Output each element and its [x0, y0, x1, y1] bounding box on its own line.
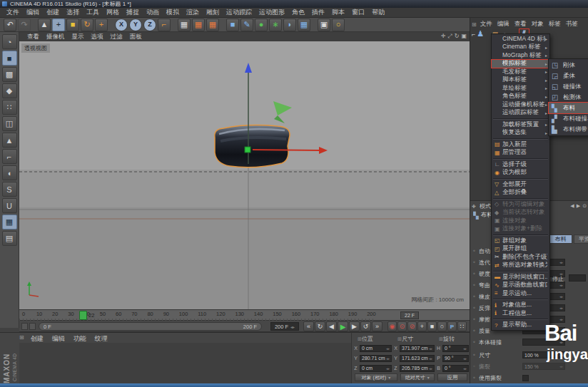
coords-mode-dropdown[interactable]: 对象 (相对) — [355, 373, 397, 381]
record-rotation-button[interactable]: ○ — [437, 321, 447, 331]
coords-value-field[interactable]: 171.623 cm — [400, 355, 435, 362]
play-mode-button[interactable]: ↺ — [360, 321, 371, 331]
make-editable-icon[interactable]: ◔ — [2, 34, 17, 49]
axis-center-handle[interactable] — [245, 147, 250, 153]
goto-end-button[interactable]: » — [372, 321, 382, 331]
menubar-item[interactable]: 捕捉 — [123, 8, 143, 17]
x-axis-arrow[interactable] — [319, 147, 328, 154]
context-menu-item[interactable]: 运动跟踪标签 ▸ — [492, 109, 549, 118]
quantize-icon[interactable]: S — [2, 182, 17, 197]
z-axis-lock[interactable]: Z — [143, 19, 156, 31]
hierarchy-expand-icon[interactable]: ⌐ — [472, 31, 475, 38]
menubar-item[interactable]: 脚本 — [328, 8, 348, 17]
green-banner-handle-2[interactable] — [274, 115, 285, 123]
menubar-item[interactable]: 雕刻 — [203, 8, 223, 17]
context-menu-item[interactable]: ▤ 加入新层 — [492, 140, 549, 149]
coords-value-field[interactable]: 280.71 cm — [360, 355, 392, 362]
light-icon[interactable]: ○ — [332, 19, 345, 31]
coords-value-field[interactable]: 90 ° — [442, 355, 469, 362]
context-menu-item[interactable]: ≡ 显示运动... — [492, 289, 549, 298]
attribute-field[interactable]: 150 % — [522, 363, 565, 370]
workplane-icon[interactable]: ▦ — [2, 215, 17, 229]
tab-cloth[interactable]: 布料 — [549, 234, 572, 244]
frame-range-slider[interactable]: 0 F 200 F — [39, 322, 262, 331]
menubar-item[interactable]: 渲染 — [183, 8, 203, 17]
menubar-item[interactable]: 网格 — [103, 8, 123, 17]
apply-button[interactable]: 应用 — [437, 373, 467, 381]
y-axis-lock[interactable]: Y — [129, 19, 142, 31]
texture-mode-icon[interactable]: ▩ — [2, 67, 17, 82]
polygons-mode-icon[interactable]: ▲ — [2, 133, 17, 148]
viewport-menu-item[interactable]: 选项 — [88, 33, 107, 41]
menubar-item[interactable]: 窗口 — [348, 8, 368, 17]
coords-value-field[interactable]: 0 cm — [360, 345, 392, 352]
viewport-menu-item[interactable]: 过滤 — [107, 33, 126, 41]
menubar-item[interactable]: 角色 — [288, 8, 308, 17]
scale-icon[interactable]: ■ — [66, 19, 79, 31]
context-menu-item[interactable]: ◱ 群组对象 — [492, 237, 549, 245]
viewport-solo-icon[interactable]: ◖ — [2, 165, 17, 180]
rotate-view-icon[interactable]: ↻ — [455, 33, 460, 40]
context-menu-item[interactable]: ◇ 转为可编辑对象 — [492, 200, 549, 209]
play-button[interactable]: ▶ — [338, 321, 348, 331]
context-menu-item[interactable]: ∟ 选择子级 — [492, 160, 549, 169]
green-banner-handle[interactable] — [273, 101, 292, 115]
y-axis-arrow[interactable] — [245, 63, 252, 73]
loop-button[interactable]: ↻ — [315, 321, 325, 331]
subdivision-surface-icon[interactable]: ● — [255, 19, 268, 31]
coords-value-field[interactable]: 371.907 cm — [400, 345, 435, 352]
stop-field[interactable] — [569, 274, 586, 282]
render-view-icon[interactable]: ▦ — [178, 19, 191, 31]
context-menu-item[interactable]: 角色标签 ▸ — [492, 93, 549, 101]
pan-view-icon[interactable]: ✛ — [441, 33, 446, 40]
enable-axis-icon[interactable]: ⌐ — [2, 149, 17, 164]
viewport-menu-item[interactable]: 显示 — [69, 33, 88, 41]
menubar-item[interactable]: 工具 — [83, 8, 103, 17]
context-menu-item[interactable]: △ 全部折叠 — [492, 189, 549, 197]
attribute-field[interactable] — [522, 375, 529, 381]
context-menu-item[interactable]: 脚本标签 ▸ — [492, 76, 549, 85]
menubar-item[interactable]: 创建 — [43, 8, 63, 17]
previous-frame-button[interactable]: ◀ — [326, 321, 337, 331]
materials-list[interactable] — [19, 343, 351, 384]
menubar-item[interactable]: 插件 — [308, 8, 328, 17]
viewport-menu-item[interactable]: 查看 — [24, 33, 43, 41]
context-menu-item[interactable]: MoGraph 标签 ▸ — [492, 51, 549, 60]
record-parameter-button[interactable]: P — [447, 321, 457, 331]
viewport[interactable]: 查看摄像机显示选项过滤面板 ✛⤢↻▣ 透视视图 — [19, 32, 470, 309]
context-menu-item[interactable]: ? 显示帮助... — [492, 321, 549, 330]
lock-icon[interactable]: ⊙ — [582, 203, 587, 209]
submenu-item[interactable]: ◱ 碰撞体 — [549, 81, 588, 92]
view-label[interactable]: 透视视图 — [21, 43, 50, 53]
viewport-menu-item[interactable]: 面板 — [126, 33, 146, 41]
coords-value-field[interactable]: 205.785 cm — [400, 365, 435, 372]
object-icon[interactable]: ♟ — [477, 29, 484, 38]
object-manager-menu-item[interactable]: 对象 — [529, 20, 546, 29]
menubar-item[interactable]: 运动跟踪 — [223, 8, 255, 17]
add-cube-icon[interactable]: ■ — [226, 19, 239, 31]
coords-value-field[interactable]: 0 ° — [442, 345, 469, 352]
context-menu-item[interactable]: ▦ 层管理器 — [492, 149, 549, 158]
menubar-item[interactable]: 选择 — [63, 8, 83, 17]
undo-icon[interactable]: ↶ — [4, 19, 16, 31]
context-menu-item[interactable]: ▣ 连接对象 — [492, 217, 549, 225]
tab-secondary[interactable]: 平滑 — [574, 234, 588, 244]
x-axis-lock[interactable]: X — [115, 19, 128, 31]
context-menu-item[interactable]: ⇄ 将所选对象转换为XRef — [492, 262, 549, 270]
model-mode-icon[interactable]: ■ — [2, 51, 17, 66]
timeline-ruler[interactable]: 0102030405060708090100110120130140150160… — [19, 309, 470, 321]
context-menu-item[interactable]: Cineman 标签 ▸ — [492, 43, 549, 52]
context-menu-item[interactable]: 草绘标签 ▸ — [492, 84, 549, 93]
environment-icon[interactable]: ▦ — [298, 19, 310, 31]
viewport-menu-item[interactable]: 摄像机 — [43, 33, 69, 41]
object-manager-menu-item[interactable]: 文件 — [478, 20, 495, 29]
keyframe-selection-button[interactable]: ⊘ — [407, 321, 417, 331]
submenu-item[interactable]: ◰ 检测体 — [549, 92, 588, 103]
record-pla-button[interactable]: ∷ — [457, 321, 467, 331]
render-settings-icon[interactable]: ▦ — [206, 19, 219, 31]
goto-start-button[interactable]: « — [303, 321, 314, 331]
context-menu-item[interactable]: ◆ 当前状态转对象 — [492, 209, 549, 217]
context-menu-item[interactable]: ▽ 全部展开 — [492, 180, 549, 189]
record-position-button[interactable]: + — [417, 321, 427, 331]
render-picture-viewer-icon[interactable]: ▦ — [192, 19, 205, 31]
